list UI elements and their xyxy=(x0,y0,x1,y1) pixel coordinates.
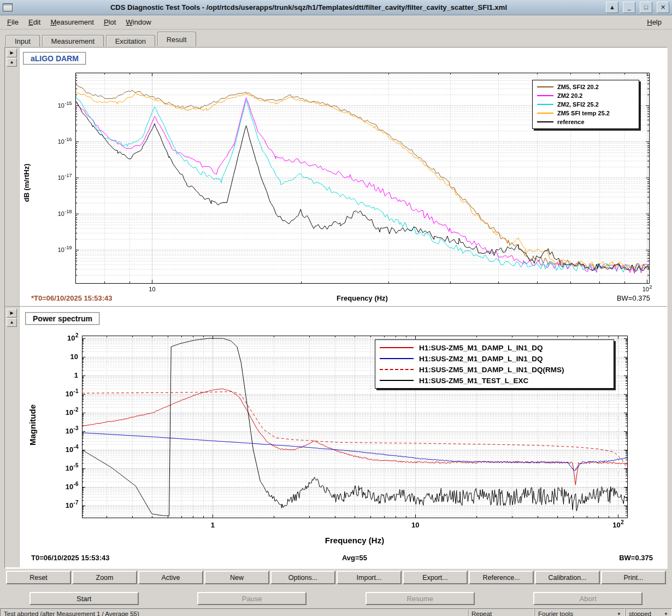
top-pane-gutter xyxy=(5,48,20,306)
bottom-pane-expand-button[interactable]: ▶ xyxy=(7,309,17,318)
bottom-pane-gutter xyxy=(5,307,20,567)
top-plot-xlabel: Frequency (Hz) xyxy=(75,294,649,302)
bottom-plot-avg: Avg=55 xyxy=(82,554,627,562)
legend-line-sample xyxy=(537,121,553,122)
bottom-plot-legend: H1:SUS-ZM5_M1_DAMP_L_IN1_DQ H1:SUS-ZM2_M… xyxy=(375,339,614,389)
status-state-label: stopped xyxy=(629,611,651,616)
pause-button[interactable]: Pause xyxy=(197,592,306,605)
calibration-button[interactable]: Calibration... xyxy=(535,571,600,584)
result-area: ▶ ▲ aLIGO DARM dB (m/rtHz) *T0=06/10/202… xyxy=(4,47,668,569)
status-message: Test aborted (after Measurement 1 / Aver… xyxy=(0,608,468,616)
collapse-up-icon: ▲ xyxy=(10,320,14,325)
minimize-button[interactable]: _ xyxy=(623,2,635,13)
status-tool-label: Fourier tools xyxy=(538,611,573,616)
menu-bar: File Edit Measurement Plot Window Help xyxy=(0,15,672,30)
collapse-up-icon: ▲ xyxy=(10,60,14,64)
new-button[interactable]: New xyxy=(204,571,269,584)
status-repeat: Repeat xyxy=(468,608,534,616)
window-icon[interactable] xyxy=(3,3,13,11)
bottom-plot-title: Power spectrum xyxy=(25,312,100,325)
legend-entry: H1:SUS-ZM5_M1_TEST_L_EXC xyxy=(380,375,609,386)
top-plot-legend: ZM5, SFI2 20.2 ZM2 20.2 ZM2, SFI2 25.2 Z… xyxy=(532,80,639,129)
plot-toolbar: Reset Zoom Active New Options... Import.… xyxy=(6,571,666,584)
close-icon: ✕ xyxy=(661,4,665,10)
bottom-plot-ylabel: Magnitude xyxy=(28,404,37,445)
minimize-icon: _ xyxy=(627,4,630,10)
top-pane-collapse-button[interactable]: ▲ xyxy=(7,58,17,67)
legend-line-sample xyxy=(537,113,553,114)
shade-button[interactable]: ▲ xyxy=(606,2,618,13)
expand-right-icon: ▶ xyxy=(10,50,13,55)
tab-input[interactable]: Input xyxy=(5,35,40,46)
legend-entry: reference xyxy=(537,118,634,126)
menu-plot[interactable]: Plot xyxy=(99,16,121,28)
measurement-controls: Start Pause Resume Abort xyxy=(0,592,672,605)
tab-bar: Input Measurement Excitation Result xyxy=(0,30,672,47)
active-button[interactable]: Active xyxy=(138,571,203,584)
bottom-pane-collapse-button[interactable]: ▲ xyxy=(7,318,17,327)
start-button[interactable]: Start xyxy=(30,592,139,605)
top-plot-bw: BW=0.375 xyxy=(617,294,650,302)
top-plot-title: aLIGO DARM xyxy=(23,52,86,65)
legend-entry: H1:SUS-ZM2_M1_DAMP_L_IN1_DQ xyxy=(380,353,609,364)
tab-excitation[interactable]: Excitation xyxy=(106,35,155,46)
legend-line-sample xyxy=(380,369,414,370)
top-plot-ylabel: dB (m/rtHz) xyxy=(22,163,31,202)
legend-line-sample xyxy=(380,358,414,359)
menu-window[interactable]: Window xyxy=(121,16,156,28)
maximize-button[interactable]: □ xyxy=(640,2,652,13)
print-button[interactable]: Print... xyxy=(601,571,666,584)
legend-line-sample xyxy=(537,95,553,96)
status-tool-select[interactable]: Fourier tools ▼ xyxy=(534,608,625,616)
abort-button[interactable]: Abort xyxy=(533,592,642,605)
bottom-plot-pane: ▶ ▲ Power spectrum Magnitude Frequency (… xyxy=(5,306,667,567)
status-bar: Test aborted (after Measurement 1 / Aver… xyxy=(0,608,672,616)
status-state-select[interactable]: stopped ▼ xyxy=(625,608,672,616)
options-button[interactable]: Options... xyxy=(270,571,335,584)
shade-icon: ▲ xyxy=(609,4,615,10)
legend-entry: ZM2, SFI2 25.2 xyxy=(537,100,634,109)
menu-help[interactable]: Help xyxy=(642,16,667,28)
expand-right-icon: ▶ xyxy=(10,310,13,315)
legend-entry: ZM2 20.2 xyxy=(537,91,634,100)
reference-button[interactable]: Reference... xyxy=(469,571,534,584)
window-title: CDS Diagnostic Test Tools - /opt/rtcds/u… xyxy=(16,3,602,11)
top-plot-pane: ▶ ▲ aLIGO DARM dB (m/rtHz) *T0=06/10/202… xyxy=(5,48,667,306)
close-button[interactable]: ✕ xyxy=(657,2,669,13)
bottom-plot-bw: BW=0.375 xyxy=(619,554,653,562)
menu-file[interactable]: File xyxy=(2,16,23,28)
menu-edit[interactable]: Edit xyxy=(23,16,45,28)
bottom-plot-xlabel: Frequency (Hz) xyxy=(82,536,627,545)
legend-entry: H1:SUS-ZM5_M1_DAMP_L_IN1_DQ(RMS) xyxy=(380,364,609,375)
top-pane-expand-button[interactable]: ▶ xyxy=(7,49,17,57)
import-button[interactable]: Import... xyxy=(337,571,402,584)
menu-measurement[interactable]: Measurement xyxy=(45,16,99,28)
maximize-icon: □ xyxy=(644,4,648,10)
legend-entry: ZM5, SFI2 20.2 xyxy=(537,83,634,91)
application-window: { "window": { "title": "CDS Diagnostic T… xyxy=(0,0,672,616)
tab-result[interactable]: Result xyxy=(157,32,196,46)
dropdown-arrow-icon: ▼ xyxy=(664,612,668,616)
resume-button[interactable]: Resume xyxy=(366,592,475,605)
legend-line-sample xyxy=(537,86,553,87)
export-button[interactable]: Export... xyxy=(403,571,468,584)
reset-button[interactable]: Reset xyxy=(6,571,71,584)
legend-entry: ZM5 SFI temp 25.2 xyxy=(537,109,634,118)
dropdown-arrow-icon: ▼ xyxy=(617,612,621,616)
title-bar: CDS Diagnostic Test Tools - /opt/rtcds/u… xyxy=(0,0,672,15)
zoom-button[interactable]: Zoom xyxy=(72,571,137,584)
legend-line-sample xyxy=(380,380,414,381)
tab-measurement[interactable]: Measurement xyxy=(42,35,104,46)
legend-line-sample xyxy=(537,104,553,105)
legend-entry: H1:SUS-ZM5_M1_DAMP_L_IN1_DQ xyxy=(380,342,609,353)
legend-line-sample xyxy=(380,347,414,348)
